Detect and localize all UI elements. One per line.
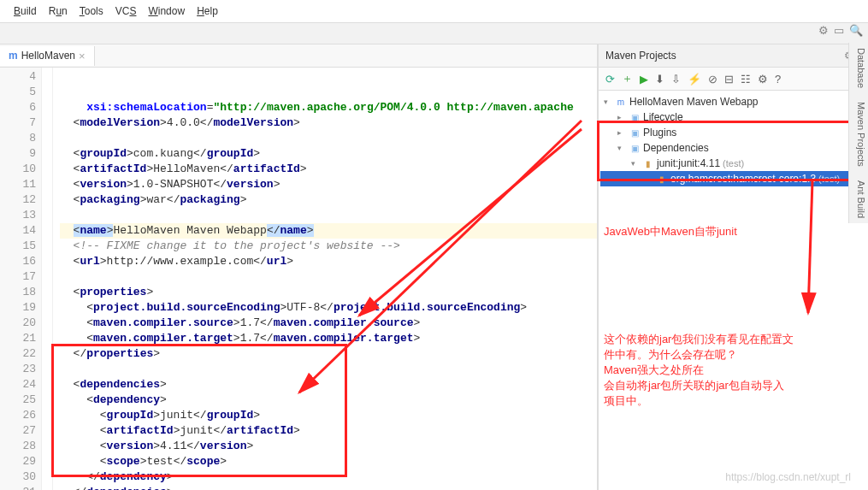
tab-hellomaven[interactable]: m HelloMaven × [0,46,95,66]
side-maven[interactable]: Maven Projects [851,102,866,167]
offline-icon[interactable]: ⚡ [688,73,701,86]
menu-build[interactable]: Build [9,3,42,19]
maven-icon: m [615,96,627,108]
code-content[interactable]: xsi:schemaLocation="http://maven.apache.… [53,68,597,490]
refresh-icon[interactable]: ⟳ [605,73,615,86]
main-toolbar [0,23,868,44]
layout-icon[interactable]: ▭ [834,24,844,37]
folder-icon: ▣ [629,142,641,154]
folder-icon: ▣ [629,127,641,139]
jar-icon: ▮ [642,157,654,169]
side-ant[interactable]: Ant Build [851,180,866,218]
right-side-strip: Database Maven Projects Ant Build [848,43,868,223]
close-icon[interactable]: × [79,50,86,62]
line-gutter: 4567891011121314151617181920212223242526… [0,68,42,490]
menu-window[interactable]: Window [143,3,190,19]
maven-projects-panel: Maven Projects ⚙ ▾ ⟳ ＋ ▶ ⬇ ⇩ ⚡ ⊘ ⊟ ☷ ⚙ ?… [598,44,868,490]
menu-run[interactable]: Run [44,3,73,19]
editor-tabs: m HelloMaven × [0,44,597,68]
menu-bar: Build Run Tools VCS Window Help [0,0,868,23]
menu-vcs[interactable]: VCS [110,3,142,19]
skip-icon[interactable]: ⊘ [708,73,717,86]
jar-icon: ▮ [656,173,668,185]
settings-icon[interactable]: ⚙ [818,24,829,37]
search-icon[interactable]: 🔍 [849,24,863,37]
side-database[interactable]: Database [851,48,866,88]
maven-tree[interactable]: ▾mHelloMaven Maven Webapp ▸▣Lifecycle ▸▣… [599,91,868,490]
add-icon[interactable]: ＋ [622,71,633,86]
tab-label: HelloMaven [21,50,75,62]
fold-gutter [42,68,53,490]
tree-dependencies[interactable]: ▾▣Dependencies [600,140,866,156]
tree-junit[interactable]: ▾▮junit:junit:4.11 (test) [600,156,866,171]
menu-help[interactable]: Help [192,3,223,19]
exec-icon[interactable]: ⬇ [655,73,664,86]
code-editor[interactable]: 4567891011121314151617181920212223242526… [0,68,597,490]
tree-root[interactable]: ▾mHelloMaven Maven Webapp [600,94,866,109]
collapse-icon[interactable]: ⊟ [724,73,734,86]
annotation-note-1: JavaWeb中Maven自带junit [600,221,866,243]
tree-hamcrest[interactable]: ▮org.hamcrest:hamcrest-core:1.3 (test) [600,171,866,186]
maven-file-icon: m [9,50,18,62]
tree-plugins[interactable]: ▸▣Plugins [600,125,866,140]
graph-icon[interactable]: ☷ [741,73,751,86]
menu-tools[interactable]: Tools [74,3,109,19]
watermark: https://blog.csdn.net/xupt_rl [725,471,851,483]
run-icon[interactable]: ▶ [640,73,648,86]
settings2-icon[interactable]: ⚙ [758,73,768,86]
folder-icon: ▣ [629,111,641,123]
panel-title: Maven Projects [605,50,676,62]
maven-toolbar: ⟳ ＋ ▶ ⬇ ⇩ ⚡ ⊘ ⊟ ☷ ⚙ ? [599,68,868,91]
download-icon[interactable]: ⇩ [671,73,681,86]
tree-lifecycle[interactable]: ▸▣Lifecycle [600,109,866,125]
annotation-note-2: 这个依赖的jar包我们没有看见在配置文 件中有。为什么会存在呢？ Maven强大… [600,328,866,412]
help-icon[interactable]: ? [775,73,781,86]
